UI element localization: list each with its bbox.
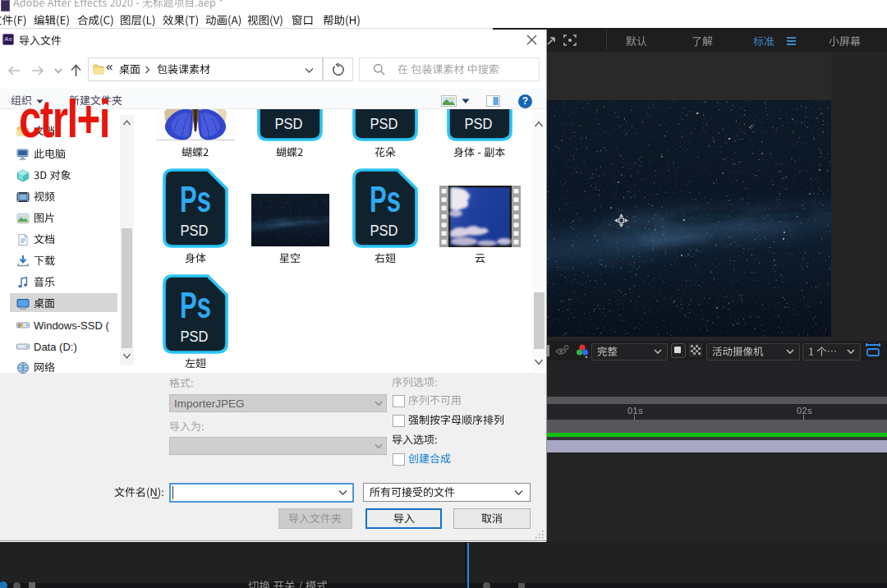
svg-text:PSD: PSD xyxy=(465,115,493,132)
svg-text:PSD: PSD xyxy=(370,115,398,132)
svg-text:PSD: PSD xyxy=(370,222,398,239)
svg-text:Ps: Ps xyxy=(464,109,495,113)
svg-text:PSD: PSD xyxy=(180,327,208,344)
svg-text:Ps: Ps xyxy=(370,178,401,220)
svg-text:PSD: PSD xyxy=(180,222,208,239)
svg-text:Ps: Ps xyxy=(180,284,211,326)
svg-text:Ps: Ps xyxy=(274,109,306,113)
svg-text:Ps: Ps xyxy=(180,178,211,220)
svg-text:PSD: PSD xyxy=(275,115,303,132)
svg-text:Ps: Ps xyxy=(370,109,401,113)
